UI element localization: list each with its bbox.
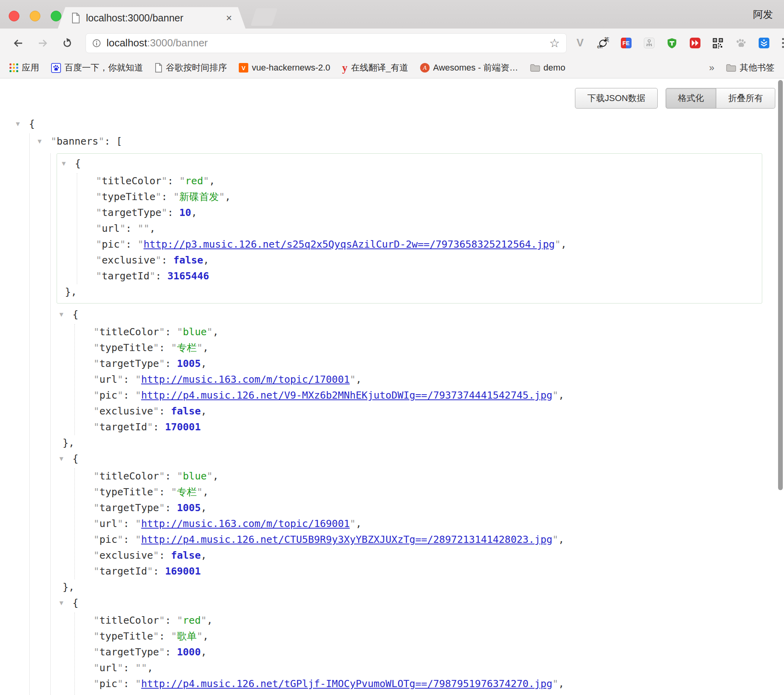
vue-icon: V [239, 63, 248, 73]
collapse-toggle-icon[interactable]: ▼ [59, 307, 72, 323]
minimize-window-button[interactable] [30, 11, 40, 21]
json-line: "titleColor": "blue", [93, 468, 784, 484]
fullscreen-window-button[interactable] [51, 11, 61, 21]
json-line: "targetId": 169001 [93, 563, 784, 579]
json-value-link[interactable]: http://music.163.com/m/topic/169001 [141, 518, 350, 529]
fe-helper-extension-icon[interactable]: FE [621, 38, 632, 48]
close-tab-icon[interactable]: × [226, 13, 232, 23]
bookmark-baidu[interactable]: 百度一下，你就知道 [51, 62, 143, 74]
json-line: "pic": "http://p4.music.126.net/CTU5B9R9… [93, 532, 784, 548]
tampermonkey-extension-icon[interactable] [666, 38, 677, 49]
folder-icon [530, 64, 540, 72]
json-line: ▼{ [59, 307, 784, 324]
json-line: "url": "", [93, 660, 784, 676]
bookmarks-overflow-chevron[interactable]: » [709, 62, 714, 73]
json-value-number: 169001 [165, 565, 201, 577]
json-line: "exclusive": false, [93, 692, 784, 695]
page-icon [155, 63, 162, 73]
json-object: ▼{"titleColor": "blue","typeTitle": "专栏"… [59, 307, 784, 451]
json-line: "exclusive": false, [96, 252, 762, 268]
scrollbar-thumb[interactable] [778, 80, 783, 490]
json-value-number: 1005 [177, 358, 201, 369]
json-value-string: red [183, 615, 201, 626]
url-path: :3000/banner [147, 37, 208, 49]
json-line: "url": "http://music.163.com/m/topic/170… [93, 372, 784, 388]
url-host: localhost [107, 37, 147, 49]
json-value-link[interactable]: http://p3.music.126.net/s25q2x5QyqsAzilC… [143, 239, 555, 250]
bookmark-vue-hackernews[interactable]: V vue-hackernews-2.0 [239, 63, 330, 73]
bookmark-google-sort[interactable]: 谷歌按时间排序 [155, 62, 227, 74]
forward-button[interactable] [35, 38, 51, 49]
json-value-string: 歌单 [177, 630, 197, 642]
json-line: }, [62, 284, 762, 300]
bookmark-demo-folder[interactable]: demo [530, 63, 565, 73]
json-line: "exclusive": false, [93, 403, 784, 419]
json-line: "pic": "http://p4.music.126.net/tGPljf-I… [93, 676, 784, 692]
other-bookmarks-folder[interactable]: 其他书签 [726, 62, 774, 74]
bookmark-label: vue-hackernews-2.0 [252, 63, 330, 73]
browser-window: localhost:3000/banner × 阿发 localhost:300… [0, 0, 784, 695]
qr-code-extension-icon[interactable] [712, 38, 723, 49]
profile-name[interactable]: 阿发 [753, 8, 773, 21]
json-key: titleColor [99, 615, 159, 626]
json-line: ▼{ [62, 156, 762, 173]
json-key: targetType [99, 502, 159, 514]
json-key: targetId [99, 565, 147, 577]
bookmark-apps[interactable]: 应用 [10, 62, 39, 74]
json-value-string: red [185, 175, 203, 187]
close-window-button[interactable] [9, 11, 19, 21]
collapse-toggle-icon[interactable]: ▼ [62, 156, 75, 172]
bookmark-star-icon[interactable]: ☆ [549, 36, 560, 50]
download-json-button[interactable]: 下载JSON数据 [575, 88, 658, 109]
video-speed-extension-icon[interactable] [690, 38, 700, 48]
youdao-icon: y [342, 63, 348, 73]
page-info-icon[interactable] [92, 39, 101, 48]
extension-icons: V 英 en FE [575, 38, 784, 49]
json-line: "targetType": 1005, [93, 500, 784, 516]
json-line: "exclusive": false, [93, 548, 784, 563]
download-manager-extension-icon[interactable] [759, 38, 769, 48]
new-tab-button[interactable] [251, 8, 278, 26]
back-button[interactable] [10, 38, 26, 49]
collapse-toggle-icon[interactable]: ▼ [38, 134, 51, 149]
json-line: ▼"banners": [ [38, 134, 784, 151]
json-line: "typeTitle": "歌单", [93, 628, 784, 644]
json-line: "pic": "http://p4.music.126.net/V9-MXz6b… [93, 388, 784, 403]
json-value-link[interactable]: http://p4.music.126.net/tGPljf-IMOCyPvum… [141, 678, 552, 689]
bookmark-youdao[interactable]: y 在线翻译_有道 [342, 62, 408, 74]
json-key: titleColor [99, 326, 159, 338]
json-key: targetType [99, 358, 159, 369]
collapse-toggle-icon[interactable]: ▼ [59, 595, 72, 611]
paw-extension-icon[interactable] [735, 38, 746, 49]
bookmark-awesomes[interactable]: A Awesomes - 前端资… [420, 62, 518, 74]
address-bar[interactable]: localhost:3000/banner ☆ [86, 33, 567, 53]
json-tree: ▼{▼"banners": [▼{"titleColor": "red","ty… [0, 109, 784, 695]
translate-extension-icon[interactable]: 英 en [598, 38, 609, 49]
window-controls [9, 11, 61, 21]
json-value-link[interactable]: http://music.163.com/m/topic/170001 [141, 374, 350, 385]
json-line: ▼{ [59, 595, 784, 613]
reload-button[interactable] [59, 38, 75, 49]
sitemap-extension-icon[interactable] [644, 38, 655, 48]
collapse-all-button[interactable]: 折叠所有 [716, 88, 775, 109]
tab-title: localhost:3000/banner [86, 12, 183, 24]
bookmark-label: demo [544, 63, 565, 73]
collapse-toggle-icon[interactable]: ▼ [16, 116, 29, 132]
active-tab[interactable]: localhost:3000/banner × [58, 7, 245, 29]
page-content: 下载JSON数据 格式化 折叠所有 ▼{▼"banners": [▼{"titl… [0, 78, 784, 695]
json-value-link[interactable]: http://p4.music.126.net/CTU5B9R9y3XyYBZX… [141, 534, 552, 545]
browser-menu-icon[interactable] [782, 38, 784, 48]
format-button[interactable]: 格式化 [666, 88, 716, 109]
json-key: url [99, 518, 117, 529]
json-line: "targetType": 10, [96, 205, 762, 221]
vue-devtools-extension-icon[interactable]: V [575, 38, 586, 49]
json-line: }, [59, 579, 784, 595]
json-value-link[interactable]: http://p4.music.126.net/V9-MXz6b2MNhEKju… [141, 390, 552, 401]
json-value-number: 1005 [177, 502, 201, 514]
bookmark-label: 百度一下，你就知道 [65, 62, 143, 74]
json-value-number: 3165446 [167, 270, 209, 282]
json-line: "typeTitle": "专栏", [93, 484, 784, 500]
collapse-toggle-icon[interactable]: ▼ [59, 451, 72, 467]
json-line: "url": "http://music.163.com/m/topic/169… [93, 516, 784, 532]
json-key: url [99, 374, 117, 385]
